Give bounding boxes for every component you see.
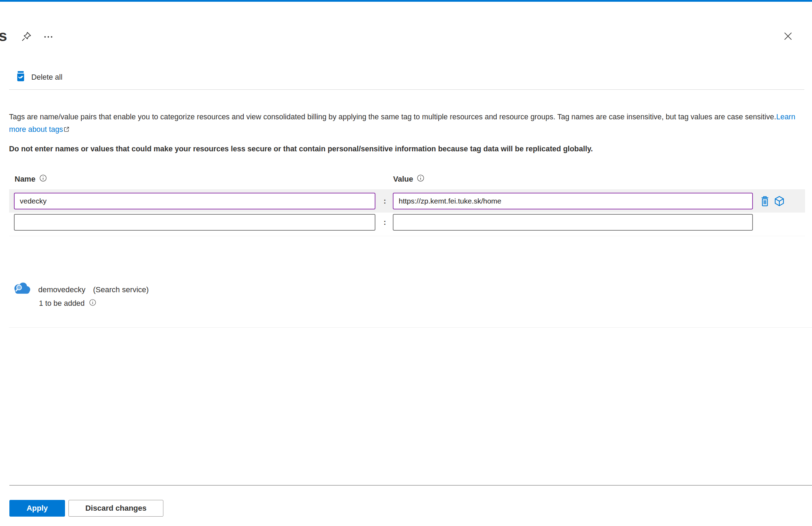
resource-status-text: 1 to be added	[39, 299, 85, 308]
delete-row-icon	[760, 195, 770, 208]
tag-separator-1: :	[381, 193, 389, 209]
toolbar-divider	[9, 89, 804, 90]
delete-all-button[interactable]: Delete all	[16, 70, 63, 84]
footer-divider	[9, 485, 812, 486]
value-info-icon[interactable]	[417, 174, 424, 184]
tag-value-input-1[interactable]	[393, 193, 753, 209]
tag-separator-2: :	[381, 214, 389, 231]
pin-button[interactable]	[19, 29, 34, 45]
value-column-header: Value	[393, 174, 424, 184]
close-blade-button[interactable]	[780, 29, 796, 45]
tags-description: Tags are name/value pairs that enable yo…	[9, 111, 806, 136]
tags-description-text: Tags are name/value pairs that enable yo…	[9, 113, 776, 121]
page-title: Tags	[0, 27, 10, 48]
resource-cube-icon	[773, 195, 785, 208]
name-info-icon[interactable]	[39, 174, 47, 184]
tag-name-input-1[interactable]	[14, 193, 375, 209]
tag-name-input-2[interactable]	[14, 214, 375, 231]
ellipsis-icon	[43, 32, 54, 43]
delete-all-icon	[16, 71, 25, 83]
discard-changes-button[interactable]: Discard changes	[68, 500, 163, 517]
tags-blade: Tags	[0, 0, 812, 526]
delete-tag-row-button[interactable]	[758, 194, 771, 209]
status-info-icon[interactable]	[89, 299, 96, 308]
pin-icon	[21, 31, 32, 43]
name-header-label: Name	[15, 175, 35, 184]
resource-name: demovedecky	[38, 285, 86, 294]
resource-summary: demovedecky(Search service)	[38, 285, 149, 294]
resource-type: (Search service)	[93, 285, 149, 294]
resource-tag-status: 1 to be added	[39, 299, 96, 308]
more-commands-button[interactable]	[41, 31, 56, 44]
apply-button[interactable]: Apply	[9, 500, 65, 517]
resource-section-divider	[9, 327, 812, 328]
blade-top-accent-bar	[0, 0, 812, 2]
name-column-header: Name	[15, 174, 47, 184]
view-resource-button[interactable]	[772, 194, 787, 209]
external-link-icon	[64, 123, 70, 136]
form-bottom-divider	[9, 236, 805, 236]
tag-value-input-2[interactable]	[393, 214, 753, 231]
close-icon	[782, 31, 794, 43]
value-header-label: Value	[393, 175, 413, 184]
page-title-text: Tags	[0, 27, 7, 45]
sensitive-data-warning: Do not enter names or values that could …	[9, 145, 806, 153]
search-service-icon	[13, 281, 31, 296]
delete-all-label: Delete all	[31, 73, 63, 82]
